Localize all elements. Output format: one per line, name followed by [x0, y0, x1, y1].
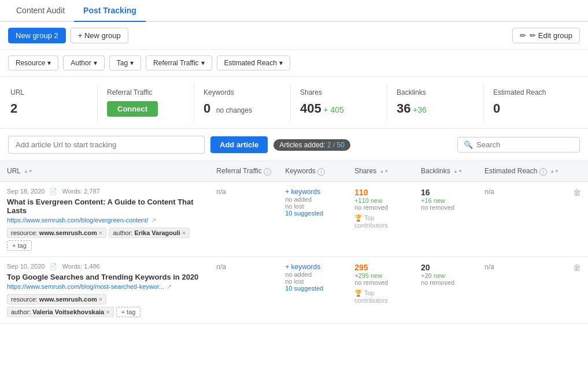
shares-new: +295 new [354, 272, 407, 279]
kw-suggested[interactable]: 10 suggested [285, 285, 341, 292]
filter-referral-traffic[interactable]: Referral Traffic ▾ [146, 55, 212, 70]
info-icon[interactable]: i [264, 168, 271, 176]
info-icon[interactable]: i [317, 168, 325, 176]
col-header-url[interactable]: URL ▲▼ [0, 161, 209, 181]
stat-shares: Shares 405 + 405 [291, 84, 387, 121]
pencil-icon: ✏ [520, 31, 526, 40]
external-link-icon: ↗ [151, 217, 156, 224]
add-url-input[interactable] [8, 136, 205, 154]
shares-removed: no removed [354, 279, 407, 286]
connect-button[interactable]: Connect [107, 101, 158, 117]
chevron-down-icon: ▾ [130, 59, 134, 67]
kw-no-lost: no lost [285, 203, 341, 210]
delete-button[interactable]: 🗑 [573, 188, 581, 197]
document-icon: 📄 [49, 188, 57, 195]
backlinks-new: +16 new [421, 197, 471, 204]
tab-post-tracking[interactable]: Post Tracking [74, 0, 146, 22]
remove-tag-icon[interactable]: × [182, 229, 186, 236]
backlinks-value: 16 [421, 188, 471, 197]
groups-bar: New group 2 + New group ✏ ✏ Edit group [0, 22, 588, 50]
stat-backlinks: Backlinks 36 +36 [387, 84, 484, 121]
remove-tag-icon[interactable]: × [99, 296, 102, 303]
estimated-reach-value: n/a [485, 263, 494, 271]
shares-new: +110 new [354, 197, 407, 204]
keywords-link[interactable]: + keywords [285, 263, 341, 271]
kw-no-added: no added [285, 271, 341, 278]
active-group-button[interactable]: New group 2 [8, 28, 66, 43]
estimated-reach-value: n/a [485, 188, 494, 196]
sort-icon: ▲▼ [379, 169, 389, 174]
add-tag-button[interactable]: + tag [116, 307, 141, 317]
remove-tag-icon[interactable]: × [106, 308, 109, 315]
top-contributors: 🏆 Top contributors [354, 214, 407, 229]
kw-no-lost: no lost [285, 278, 341, 285]
new-group-button[interactable]: + New group [71, 28, 128, 43]
table-row: Sep 18, 2020 📄 Words: 2,787 What is Ever… [0, 181, 588, 256]
referral-value: n/a [216, 263, 226, 271]
chevron-down-icon: ▾ [279, 59, 283, 67]
document-icon: 📄 [49, 263, 57, 270]
tab-content-audit[interactable]: Content Audit [7, 0, 74, 22]
table-row: Sep 10, 2020 📄 Words: 1,486 Top Google S… [0, 256, 588, 323]
filter-author[interactable]: Author ▾ [63, 55, 104, 70]
backlinks-value: 20 [421, 263, 471, 272]
kw-suggested[interactable]: 10 suggested [285, 210, 341, 217]
col-header-backlinks[interactable]: Backlinks ▲▼ [414, 161, 478, 181]
author-tag: author: Valeria Voitsekhovskaia × [7, 307, 114, 317]
referral-value: n/a [216, 188, 226, 196]
article-url[interactable]: https://www.semrush.com/blog/most-search… [7, 283, 202, 291]
article-date: Sep 18, 2020 📄 Words: 2,787 [7, 188, 202, 195]
stat-url: URL 2 [8, 84, 98, 121]
stats-row: URL 2 Referral Traffic Connect Keywords … [0, 77, 588, 129]
add-article-button[interactable]: Add article [210, 136, 268, 153]
chevron-down-icon: ▾ [201, 59, 205, 67]
resource-tag: resource: www.semrush.com × [7, 294, 106, 304]
col-header-keywords: Keywords i [278, 161, 347, 181]
table-wrap: URL ▲▼ Referral Traffic i Keywords i Sha… [0, 161, 588, 323]
add-article-row: Add article Articles added: 2 / 50 🔍 [0, 129, 588, 161]
remove-tag-icon[interactable]: × [99, 229, 102, 236]
tags-row: resource: www.semrush.com × author: Erik… [7, 228, 202, 251]
shares-value: 295 [354, 263, 407, 272]
chevron-down-icon: ▾ [94, 59, 97, 67]
keywords-link[interactable]: + keywords [285, 188, 341, 196]
article-url[interactable]: https://www.semrush.com/blog/evergreen-c… [7, 217, 202, 224]
backlinks-new: +20 new [421, 272, 471, 279]
chevron-down-icon: ▾ [47, 59, 51, 67]
shares-value: 110 [354, 188, 407, 197]
search-input[interactable] [476, 140, 574, 149]
filter-resource[interactable]: Resource ▾ [8, 55, 58, 70]
col-header-referral-traffic: Referral Traffic i [209, 161, 278, 181]
article-date: Sep 10, 2020 📄 Words: 1,486 [7, 263, 202, 270]
col-header-estimated-reach[interactable]: Estimated Reach i ▲▼ [478, 161, 566, 181]
stat-estimated-reach: Estimated Reach 0 [484, 84, 580, 121]
sort-icon: ▲▼ [24, 169, 33, 174]
filter-tag[interactable]: Tag ▾ [109, 55, 141, 70]
author-tag: author: Erika Varagouli × [109, 228, 190, 238]
filter-estimated-reach[interactable]: Estimated Reach ▾ [217, 55, 290, 70]
article-title: Top Google Searches and Trending Keyword… [7, 273, 202, 281]
resource-tag: resource: www.semrush.com × [7, 228, 106, 238]
filters-bar: Resource ▾ Author ▾ Tag ▾ Referral Traff… [0, 50, 588, 77]
delete-button[interactable]: 🗑 [573, 263, 581, 272]
sort-icon: ▲▼ [453, 169, 463, 174]
col-header-shares[interactable]: Shares ▲▼ [347, 161, 414, 181]
sort-icon: ▲▼ [550, 169, 559, 174]
info-icon[interactable]: i [539, 168, 547, 176]
col-header-actions [566, 161, 588, 181]
articles-added-badge: Articles added: 2 / 50 [273, 139, 350, 151]
stat-keywords: Keywords 0 no changes [194, 84, 291, 121]
stat-referral-traffic: Referral Traffic Connect [98, 84, 194, 121]
edit-group-button[interactable]: ✏ ✏ Edit group [512, 28, 580, 43]
add-tag-button[interactable]: + tag [7, 240, 32, 251]
backlinks-removed: no removed [421, 279, 471, 286]
top-contributors: 🏆 Top contributors [354, 289, 407, 304]
search-input-wrap: 🔍 [457, 137, 580, 153]
kw-no-added: no added [285, 196, 341, 203]
tabs-bar: Content Audit Post Tracking [0, 0, 588, 22]
shares-removed: no removed [354, 204, 407, 211]
external-link-icon: ↗ [167, 283, 172, 291]
article-title: What is Evergreen Content: A Guide to Co… [7, 198, 202, 215]
tags-row: resource: www.semrush.com × author: Vale… [7, 294, 202, 317]
backlinks-removed: no removed [421, 204, 471, 211]
